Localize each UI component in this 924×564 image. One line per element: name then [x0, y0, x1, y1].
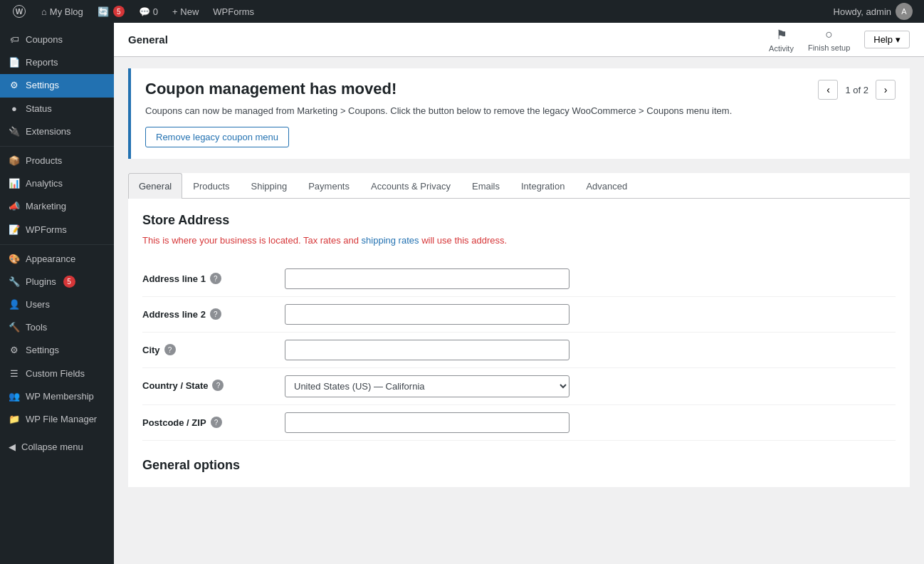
svg-text:W: W [16, 7, 23, 16]
notice-text: Coupons can now be managed from Marketin… [145, 104, 732, 118]
sidebar-item-wp-file-manager[interactable]: 📁 WP File Manager [0, 408, 114, 431]
tools-icon: 🔨 [9, 322, 20, 333]
country-select-cell: United States (US) — California United S… [285, 375, 896, 397]
admin-bar: W ⌂ My Blog 🔄 5 💬 0 + New WPForms Howdy,… [0, 0, 924, 23]
content-header: General ⚑ Activity ○ Finish setup Help ▾ [114, 23, 924, 57]
tab-accounts-privacy[interactable]: Accounts & Privacy [360, 173, 461, 199]
sidebar-item-coupons[interactable]: 🏷 Coupons [0, 28, 114, 51]
general-options-title: General options [142, 458, 896, 473]
header-actions: ⚑ Activity ○ Finish setup Help ▾ [769, 27, 910, 53]
address2-input-cell [285, 304, 896, 325]
pagination-next-button[interactable]: › [876, 80, 896, 100]
users-icon: 👤 [9, 299, 20, 310]
products-icon: 📦 [9, 155, 20, 167]
store-address-title: Store Address [142, 213, 896, 228]
howdy-menu[interactable]: Howdy, admin A [828, 3, 918, 20]
sidebar-item-settings-wp[interactable]: ⚙ Settings [0, 339, 114, 362]
wp-logo[interactable]: W [6, 0, 33, 23]
address2-label-cell: Address line 2 ? [142, 304, 285, 320]
updates[interactable]: 🔄 5 [92, 0, 130, 23]
sidebar-item-wpforms[interactable]: 📝 WPForms [0, 219, 114, 241]
postcode-label-cell: Postcode / ZIP ? [142, 412, 285, 428]
tab-emails[interactable]: Emails [461, 173, 510, 199]
sidebar-item-custom-fields[interactable]: ☰ Custom Fields [0, 362, 114, 385]
postcode-input[interactable] [285, 412, 569, 433]
city-label: City [142, 345, 160, 355]
notice-title: Coupon management has moved! [145, 80, 732, 98]
avatar: A [896, 3, 913, 20]
sidebar-item-plugins[interactable]: 🔧 Plugins 5 [0, 271, 114, 293]
postcode-input-cell [285, 412, 896, 433]
postcode-label: Postcode / ZIP [142, 417, 206, 428]
tab-advanced[interactable]: Advanced [575, 173, 638, 199]
tab-products[interactable]: Products [182, 173, 240, 199]
city-help-icon[interactable]: ? [164, 344, 176, 355]
address1-input[interactable] [285, 268, 569, 289]
sidebar-item-status[interactable]: ● Status [0, 98, 114, 120]
postcode-help-icon[interactable]: ? [211, 417, 222, 428]
form-row-postcode: Postcode / ZIP ? [142, 405, 896, 441]
wp-file-manager-icon: 📁 [9, 414, 20, 425]
collapse-menu[interactable]: ◀ Collapse menu [0, 437, 114, 457]
pagination-prev-button[interactable]: ‹ [818, 80, 838, 100]
city-label-cell: City ? [142, 340, 285, 355]
city-input[interactable] [285, 340, 569, 360]
wpforms-top[interactable]: WPForms [207, 0, 260, 23]
country-label-cell: Country / State ? [142, 375, 285, 391]
custom-fields-icon: ☰ [9, 368, 20, 380]
site-name[interactable]: ⌂ My Blog [36, 0, 89, 23]
sidebar-item-tools[interactable]: 🔨 Tools [0, 316, 114, 339]
country-label: Country / State [142, 380, 208, 391]
tab-integration[interactable]: Integration [510, 173, 575, 199]
activity-button[interactable]: ⚑ Activity [769, 27, 794, 53]
new-content[interactable]: + New [167, 0, 204, 23]
sidebar-item-users[interactable]: 👤 Users [0, 293, 114, 316]
menu-separator-1 [0, 146, 114, 147]
finish-setup-button[interactable]: ○ Finish setup [808, 27, 850, 52]
address2-help-icon[interactable]: ? [210, 308, 221, 320]
notice-content: Coupon management has moved! Coupons can… [145, 80, 732, 147]
remove-legacy-coupon-button[interactable]: Remove legacy coupon menu [145, 127, 289, 147]
status-icon: ● [9, 103, 20, 115]
extensions-icon: 🔌 [9, 126, 20, 137]
menu-separator-2 [0, 244, 114, 245]
help-button[interactable]: Help ▾ [864, 31, 910, 48]
sidebar-item-reports[interactable]: 📄 Reports [0, 51, 114, 74]
settings-icon: ⚙ [9, 80, 20, 91]
sidebar-item-analytics[interactable]: 📊 Analytics [0, 172, 114, 195]
analytics-icon: 📊 [9, 178, 20, 189]
appearance-icon: 🎨 [9, 254, 20, 265]
address1-help-icon[interactable]: ? [210, 273, 221, 284]
city-input-cell [285, 340, 896, 360]
tab-shipping[interactable]: Shipping [241, 173, 298, 199]
shipping-rates-link[interactable]: shipping rates [362, 235, 419, 246]
reports-icon: 📄 [9, 57, 20, 68]
tab-general[interactable]: General [128, 173, 182, 199]
sidebar: 🏷 Coupons 📄 Reports ⚙ Settings ● Status … [0, 23, 114, 564]
tab-payments[interactable]: Payments [298, 173, 360, 199]
address2-label: Address line 2 [142, 309, 206, 320]
form-row-city: City ? [142, 333, 896, 368]
sidebar-item-products[interactable]: 📦 Products [0, 150, 114, 172]
country-help-icon[interactable]: ? [212, 380, 224, 391]
store-address-desc: This is where your business is located. … [142, 234, 896, 248]
form-table: Address line 1 ? Address line 2 ? [142, 261, 896, 441]
address2-input[interactable] [285, 304, 569, 325]
sidebar-item-settings[interactable]: ⚙ Settings [0, 74, 114, 97]
comments[interactable]: 💬 0 [133, 0, 164, 23]
sidebar-item-appearance[interactable]: 🎨 Appearance [0, 248, 114, 271]
sidebar-item-marketing[interactable]: 📣 Marketing [0, 195, 114, 218]
sidebar-item-extensions[interactable]: 🔌 Extensions [0, 120, 114, 143]
marketing-icon: 📣 [9, 201, 20, 212]
page-title: General [128, 33, 168, 46]
help-chevron-icon: ▾ [896, 34, 901, 45]
form-row-address1: Address line 1 ? [142, 261, 896, 297]
main-content: General ⚑ Activity ○ Finish setup Help ▾ [114, 23, 924, 564]
address1-input-cell [285, 268, 896, 289]
pagination-indicator: 1 of 2 [841, 85, 873, 95]
collapse-icon: ◀ [9, 442, 16, 452]
sidebar-item-wp-membership[interactable]: 👥 WP Membership [0, 385, 114, 408]
address1-label: Address line 1 [142, 273, 206, 284]
notice-pagination: ‹ 1 of 2 › [818, 80, 896, 100]
country-select[interactable]: United States (US) — California United S… [285, 375, 569, 397]
